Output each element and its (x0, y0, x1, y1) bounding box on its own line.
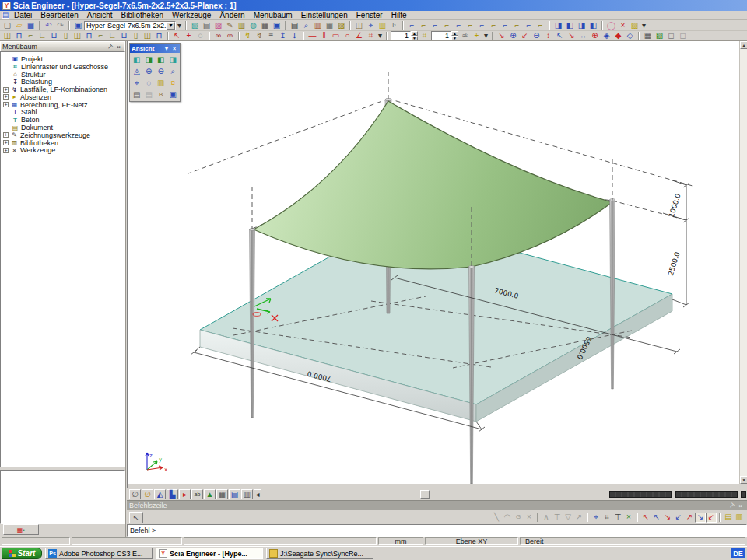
link-alt-button[interactable]: ∅ (142, 489, 153, 499)
horizontal-scrollbar-segment-2[interactable] (675, 491, 738, 498)
snap-node-4-button[interactable]: ↗ (684, 513, 695, 523)
node-5-button[interactable]: ↕ (542, 31, 554, 41)
sidebar-item-belastung[interactable]: ↧Belastung (2, 78, 124, 86)
snap-tangent-button[interactable]: ▽ (563, 513, 573, 523)
node-2-button[interactable]: ⊕ (507, 31, 519, 41)
zoom-selection-button[interactable]: ⌖ (131, 77, 143, 89)
sidebar-item-berechnung-fe-netz[interactable]: +▦Berechnung, FE-Netz (2, 101, 124, 109)
clipboard-button[interactable]: ◫ (353, 20, 365, 30)
menu-fenster[interactable]: Fenster (352, 11, 387, 19)
beam-14-button[interactable]: ⊓ (153, 31, 165, 41)
sidebar-item-stahl[interactable]: IStahl (2, 109, 124, 117)
zoom-in-button[interactable]: ⊕ (143, 65, 156, 77)
parallel-button[interactable]: ‖ (318, 31, 330, 41)
menu-werkzeuge[interactable]: Werkzeuge (168, 11, 215, 19)
calc-panel-button[interactable]: ▤ (229, 489, 240, 499)
snap-node-2-button[interactable]: ↘ (662, 513, 673, 523)
more-2-button[interactable]: ▾ (377, 31, 384, 41)
menu-bearbeiten[interactable]: Bearbeiten (37, 11, 82, 19)
new-button[interactable]: ▢ (2, 20, 13, 30)
binocular-2-button[interactable]: ∞ (224, 31, 236, 41)
folder-tree-button[interactable]: ▥ (236, 20, 247, 30)
scroll-up-icon[interactable]: ▲ (740, 41, 747, 49)
sidebar-item-lastfälle-lf-kombinationen[interactable]: +↯Lastfälle, LF-Kombinationen (2, 86, 124, 93)
sidebar-item-struktur[interactable]: ⌂Struktur (2, 71, 124, 79)
snap-node-3-button[interactable]: ↙ (673, 513, 684, 523)
activity-1-button[interactable]: ↯ (242, 31, 254, 41)
open-button[interactable]: ▱ (13, 20, 25, 30)
menu-menübaum[interactable]: Menübaum (250, 11, 296, 19)
snap-off-button[interactable]: × (524, 513, 535, 523)
cursor-mode-button[interactable]: ↖ (129, 512, 143, 523)
node-12-button[interactable]: ◇ (624, 31, 636, 41)
beam-3-button[interactable]: ⌐ (25, 31, 37, 41)
slope-button[interactable]: ≄ (459, 31, 471, 41)
move-up-button[interactable]: ↥ (277, 31, 289, 41)
undo-button[interactable]: ↶ (43, 20, 54, 30)
beam-8-button[interactable]: ⊓ (83, 31, 95, 41)
flag-button[interactable]: ▸ (179, 489, 191, 499)
package-button[interactable]: ▥ (312, 20, 324, 30)
support-6-button[interactable]: ⌐ (465, 20, 476, 30)
rotate-view-2-button[interactable]: ◨ (143, 54, 156, 65)
doc-b-button[interactable]: B (155, 89, 167, 100)
menu-bibliotheken[interactable]: Bibliotheken (117, 11, 167, 19)
sidebar-item-werkzeuge[interactable]: +×Werkzeuge (2, 147, 124, 155)
support-2-button[interactable]: ⌐ (418, 20, 430, 30)
scale-spinner-1[interactable]: 1▲▼ (391, 31, 418, 40)
snap-node-5-button[interactable]: ↘ (695, 513, 706, 523)
support-5-button[interactable]: ⌐ (453, 20, 465, 30)
chevron-down-icon[interactable]: ▼ (163, 46, 170, 51)
beam-6-button[interactable]: ▯ (60, 31, 72, 41)
layers-button[interactable]: ≡ (265, 31, 277, 41)
beam-12-button[interactable]: ▯ (130, 31, 142, 41)
add-level-button[interactable]: + (471, 31, 482, 41)
start-button[interactable]: Start (2, 548, 42, 559)
zoom-all-button[interactable]: ◌ (143, 77, 156, 89)
language-indicator[interactable]: DE (731, 548, 745, 558)
pattern-2-button[interactable]: ◻ (677, 31, 689, 41)
load-panel-4-button[interactable]: ◧ (587, 20, 599, 30)
expand-icon[interactable]: + (3, 102, 9, 107)
node-7-button[interactable]: ↘ (566, 31, 577, 41)
mesh-button[interactable]: ⌗ (419, 31, 430, 41)
sidebar-item-dokument[interactable]: ▤Dokument (2, 124, 124, 131)
load-panel-3-button[interactable]: ◨ (576, 20, 587, 30)
load-panel-2-button[interactable]: ◧ (564, 20, 576, 30)
binocular-1-button[interactable]: ∞ (212, 31, 224, 41)
sidebar-item-beton[interactable]: TBeton (2, 116, 124, 124)
beam-1-button[interactable]: ◫ (2, 31, 13, 41)
new-window-button[interactable]: ▣ (72, 20, 84, 30)
rotate-view-3-button[interactable]: ◧ (155, 54, 167, 65)
close-icon[interactable]: × (170, 46, 178, 51)
spin-down-icon[interactable]: ▼ (451, 36, 458, 40)
options-panel-button[interactable]: ▥ (241, 489, 253, 499)
node-11-button[interactable]: ◆ (612, 31, 624, 41)
view-axo-button[interactable]: ◬ (131, 65, 143, 77)
viewport-vertical-scrollbar[interactable]: ▲ ▼ (739, 41, 747, 484)
scale-spinner-2-value[interactable]: 1 (431, 31, 451, 40)
support-1-button[interactable]: ⌐ (406, 20, 418, 30)
render-options-button[interactable]: ▦ (216, 489, 228, 499)
support-7-button[interactable]: ⌐ (476, 20, 488, 30)
new-folder-button[interactable]: ▨ (629, 20, 640, 30)
sidebar-item-bibliotheken[interactable]: +▥Bibliotheken (2, 139, 124, 147)
support-4-button[interactable]: ⌐ (441, 20, 453, 30)
monitor-button[interactable]: ▣ (271, 20, 282, 30)
node-4-button[interactable]: ⊖ (531, 31, 542, 41)
render-photo-button[interactable]: ▤ (131, 89, 143, 100)
pattern-1-button[interactable]: ◻ (665, 31, 677, 41)
scroll-down-icon[interactable]: ▼ (740, 476, 747, 484)
chevron-down-icon[interactable]: ▼ (167, 22, 175, 30)
snap-active-button[interactable]: × (623, 513, 634, 523)
expand-icon[interactable]: + (3, 148, 9, 153)
support-8-button[interactable]: ⌐ (488, 20, 500, 30)
snap-endpoint-button[interactable]: ↖ (640, 513, 651, 523)
snap-node-1-button[interactable]: ↖ (651, 513, 662, 523)
screen-button[interactable]: ▣ (167, 89, 180, 100)
menu-ändern[interactable]: Ändern (216, 11, 248, 19)
expand-icon[interactable]: + (3, 140, 9, 145)
project-combobox[interactable]: Hyper-Segel-7x6.5m-2x2.▼ (84, 21, 176, 30)
globe-button[interactable]: ◍ (247, 20, 259, 30)
taskbar-task-folder[interactable]: J:\Seagate Sync\SyncRe... (266, 548, 374, 559)
